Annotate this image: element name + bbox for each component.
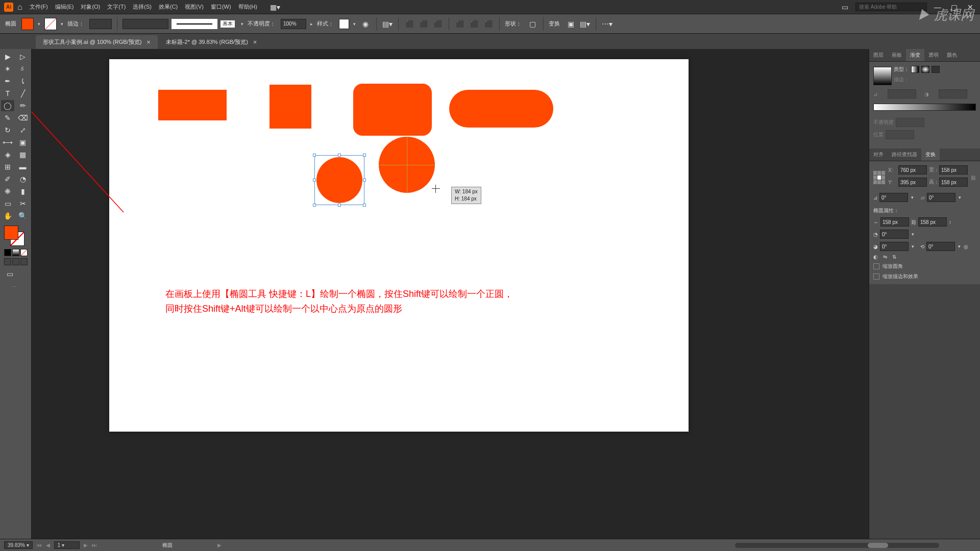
search-input[interactable] (855, 3, 927, 11)
link-icon[interactable]: ⛓ (911, 219, 916, 225)
curvature-tool[interactable]: ⤹ (16, 76, 30, 87)
linear-type[interactable] (911, 66, 919, 73)
pie-start-input[interactable] (880, 230, 909, 239)
mesh-tool[interactable]: ⊞ (1, 161, 14, 172)
radial-type[interactable] (921, 66, 929, 73)
tab-layers[interactable]: 图层 (869, 49, 888, 61)
paintbrush-tool[interactable]: ✏ (16, 100, 30, 111)
shape-ellipse[interactable] (109, 59, 188, 88)
select-similar-icon[interactable]: ⋯▾ (601, 18, 612, 30)
menu-file[interactable]: 文件(F) (30, 3, 48, 11)
window-max-icon[interactable]: ▢ (948, 2, 960, 13)
stroke-swatch[interactable] (44, 18, 57, 30)
menu-effect[interactable]: 效果(C) (159, 3, 178, 11)
freeform-type[interactable] (932, 66, 940, 73)
var-width-input[interactable] (122, 19, 168, 29)
shape-circle-large[interactable] (379, 137, 435, 193)
status-expand-icon[interactable]: ▶ (217, 542, 222, 548)
document-tab-1[interactable]: 形状工具小案例.ai @ 100% (RGB/预览) × (36, 35, 158, 49)
shape-square[interactable] (270, 85, 311, 129)
recolor-icon[interactable]: ◉ (360, 18, 371, 30)
scale-strokes-checkbox[interactable]: 缩放描边和效果 (873, 273, 976, 280)
draw-inside[interactable] (20, 258, 28, 265)
invert-icon[interactable]: ◐ (873, 254, 878, 260)
align-right-icon[interactable]: ⬛ (432, 18, 444, 30)
home-icon[interactable]: ⌂ (17, 3, 22, 12)
scale-tool[interactable]: ⤢ (16, 124, 30, 136)
shape-rectangle[interactable] (158, 90, 227, 120)
menu-window[interactable]: 窗口(W) (211, 3, 231, 11)
x-input[interactable] (898, 165, 927, 174)
fill-dropdown[interactable]: ▾ (37, 21, 41, 27)
fill-swatch[interactable] (21, 18, 34, 30)
window-close-icon[interactable]: ✕ (965, 2, 976, 13)
shaper-tool[interactable]: ✎ (1, 112, 14, 123)
tab-color[interactable]: 颜色 (943, 49, 961, 61)
gradient-tool[interactable]: ▬ (16, 161, 30, 172)
shape-rounded-rect[interactable] (353, 84, 432, 136)
shape-builder-tool[interactable]: ◈ (1, 149, 14, 160)
align-hcenter-icon[interactable]: ⬛ (418, 18, 429, 30)
blend-tool[interactable]: ◔ (16, 173, 30, 185)
brush-dropdown[interactable]: ▾ (240, 21, 244, 27)
width-tool[interactable]: ⟷ (1, 137, 14, 148)
flip-h-icon[interactable]: ⇋ (883, 254, 887, 260)
arrange-icon[interactable]: ▤▾ (579, 18, 591, 30)
shape-circle-selected[interactable] (316, 157, 362, 203)
ellipse-w-input[interactable] (880, 217, 909, 227)
menu-select[interactable]: 选择(S) (133, 3, 152, 11)
h-input[interactable] (939, 178, 968, 187)
hand-tool[interactable]: ✋ (1, 210, 14, 221)
artboard-tool[interactable]: ▭ (1, 198, 14, 209)
opacity-dropdown[interactable]: ▸ (309, 21, 314, 27)
symbol-sprayer-tool[interactable]: ❋ (1, 186, 14, 197)
direct-selection-tool[interactable]: ▷ (16, 51, 30, 62)
artboard-nav-select[interactable]: 1 ▾ (54, 541, 80, 549)
link-icon[interactable]: ⛓ (971, 175, 976, 181)
prev-page-icon[interactable]: ◀ (46, 542, 50, 548)
first-page-icon[interactable]: ⏮ (37, 542, 42, 548)
color-mode[interactable] (4, 249, 11, 256)
perspective-tool[interactable]: ▦ (16, 149, 30, 160)
scale-corners-checkbox[interactable]: 缩放圆角 (873, 263, 976, 270)
menu-help[interactable]: 帮助(H) (238, 3, 257, 11)
draw-normal[interactable] (4, 258, 11, 265)
window-min-icon[interactable]: — (932, 2, 943, 13)
tab-pathfinder[interactable]: 路径查找器 (888, 148, 921, 161)
flip-v-icon[interactable]: ⇅ (892, 254, 896, 260)
invert-pie-icon[interactable]: ⟲ (920, 244, 924, 249)
pie-end2-input[interactable] (926, 242, 955, 251)
tab-transparency[interactable]: 透明 (924, 49, 943, 61)
close-icon[interactable]: × (146, 38, 151, 46)
none-mode[interactable] (20, 249, 28, 256)
menu-view[interactable]: 视图(V) (185, 3, 204, 11)
zoom-tool[interactable]: 🔍 (16, 210, 30, 221)
w-input[interactable] (939, 165, 968, 174)
next-page-icon[interactable]: ▶ (84, 542, 88, 548)
stop-opacity-input[interactable] (896, 118, 924, 127)
canvas[interactable]: W: 184 px H: 184 px 在画板上使用【椭圆工具 快捷键：L】绘制… (32, 49, 869, 539)
menu-edit[interactable]: 编辑(E) (55, 3, 74, 11)
ellipse-tool[interactable]: ◯ (1, 100, 14, 111)
doc-setup-icon[interactable]: ▤▾ (382, 18, 393, 30)
menu-type[interactable]: 文字(T) (107, 3, 126, 11)
align-bottom-icon[interactable]: ⬛ (483, 18, 494, 30)
line-tool[interactable]: ╱ (16, 88, 30, 99)
constrain-icon[interactable]: ◎ (964, 244, 968, 249)
fill-stroke-colors[interactable] (4, 226, 24, 246)
screen-mode-icon[interactable]: ▭ (839, 2, 850, 13)
tab-align[interactable]: 对齐 (869, 148, 888, 161)
graph-tool[interactable]: ▮ (16, 186, 30, 197)
lasso-tool[interactable]: ಽ (16, 63, 30, 74)
fill-color[interactable] (4, 226, 18, 240)
brush-preview[interactable] (172, 19, 217, 29)
eraser-tool[interactable]: ⌫ (16, 112, 30, 123)
last-page-icon[interactable]: ⏭ (92, 542, 97, 548)
style-dropdown[interactable]: ▾ (352, 21, 357, 27)
rotate-input[interactable] (879, 193, 908, 202)
isolate-icon[interactable]: ▣ (565, 18, 576, 30)
screen-mode-button[interactable]: ▭ (3, 268, 16, 280)
y-input[interactable] (898, 178, 927, 187)
arrange-docs-icon[interactable]: ▦▾ (270, 2, 281, 13)
gradient-mode[interactable] (12, 249, 19, 256)
